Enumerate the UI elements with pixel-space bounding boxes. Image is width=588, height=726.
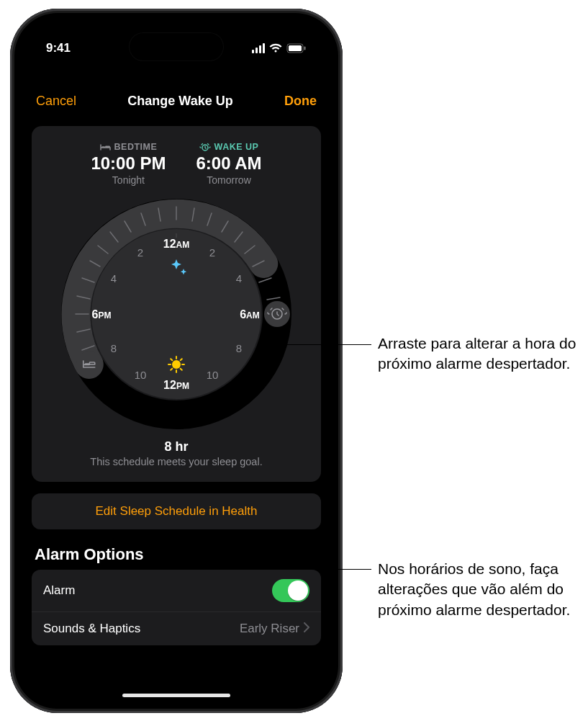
iphone-frame: 9:41 Cancel Change Wake Up Done: [10, 9, 343, 713]
wifi-icon: [269, 43, 282, 53]
sheet-title: Change Wake Up: [127, 94, 232, 109]
svg-text:6PM: 6PM: [92, 308, 112, 321]
sheet-header: Cancel Change Wake Up Done: [20, 79, 333, 119]
goal-text: This schedule meets your sleep goal.: [90, 456, 262, 467]
svg-rect-1: [289, 45, 302, 51]
svg-text:4: 4: [236, 272, 242, 284]
status-right: [252, 43, 307, 53]
svg-text:6AM: 6AM: [240, 308, 260, 321]
home-indicator[interactable]: [122, 694, 230, 697]
bedtime-label: BEDTIME: [100, 142, 158, 152]
svg-text:8: 8: [111, 342, 117, 354]
schedule-summary: 8 hr This schedule meets your sleep goal…: [90, 439, 262, 467]
svg-text:4: 4: [111, 272, 117, 284]
bed-icon: [100, 143, 111, 151]
wakeup-handle[interactable]: [264, 301, 290, 327]
svg-text:2: 2: [137, 246, 143, 259]
svg-rect-3: [105, 145, 110, 148]
dynamic-island: [130, 33, 223, 60]
sounds-value: Early Riser: [240, 622, 299, 636]
svg-text:10: 10: [207, 369, 219, 381]
alarm-options-list: Alarm Sounds & Haptics Early Riser: [32, 570, 321, 645]
sun-icon: [168, 357, 184, 372]
svg-point-27: [91, 229, 261, 399]
svg-rect-2: [304, 47, 306, 50]
wakeup-column: WAKE UP 6:00 AM Tomorrow: [196, 142, 261, 186]
duration-label: 8 hr: [90, 439, 262, 454]
svg-text:8: 8: [236, 342, 242, 354]
sleep-dial[interactable]: 12AM 2 4 6AM 8 10 12PM 10 8 6PM 4 2: [61, 199, 291, 429]
bedtime-handle[interactable]: [76, 351, 102, 377]
sounds-haptics-row[interactable]: Sounds & Haptics Early Riser: [32, 611, 321, 645]
cellular-icon: [252, 43, 265, 53]
edit-sleep-schedule-button[interactable]: Edit Sleep Schedule in Health: [32, 493, 321, 529]
sounds-row-label: Sounds & Haptics: [43, 622, 140, 636]
svg-text:10: 10: [135, 369, 147, 381]
time-headers: BEDTIME 10:00 PM Tonight WAKE UP 6:00 AM…: [91, 142, 261, 186]
alarm-icon: [199, 143, 211, 151]
change-wakeup-sheet: Cancel Change Wake Up Done BEDTIME 10:00…: [20, 75, 333, 703]
callout-edit-link: Nos horários de sono, faça alterações qu…: [378, 559, 579, 620]
wakeup-time: 6:00 AM: [196, 153, 261, 174]
alarm-options-title: Alarm Options: [20, 545, 333, 570]
alarm-toggle-row[interactable]: Alarm: [32, 570, 321, 611]
wakeup-label: WAKE UP: [199, 142, 259, 152]
wakeup-day: Tomorrow: [207, 174, 250, 186]
svg-text:12AM: 12AM: [163, 238, 189, 250]
svg-text:12PM: 12PM: [163, 379, 189, 391]
svg-point-41: [172, 360, 181, 369]
bedtime-day: Tonight: [112, 174, 145, 186]
screen: 9:41 Cancel Change Wake Up Done: [20, 19, 333, 703]
schedule-card: BEDTIME 10:00 PM Tonight WAKE UP 6:00 AM…: [32, 126, 321, 482]
cancel-button[interactable]: Cancel: [36, 94, 76, 109]
callout-line: [268, 344, 371, 345]
battery-icon: [286, 43, 307, 53]
bedtime-column: BEDTIME 10:00 PM Tonight: [91, 142, 166, 186]
status-time: 9:41: [46, 41, 71, 55]
chevron-right-icon: [304, 622, 309, 636]
bedtime-time: 10:00 PM: [91, 153, 166, 174]
callout-wake-handle: Arraste para alterar a hora do próximo a…: [378, 333, 579, 375]
done-button[interactable]: Done: [284, 94, 317, 109]
svg-text:2: 2: [209, 246, 215, 259]
alarm-row-label: Alarm: [43, 583, 75, 598]
alarm-toggle[interactable]: [272, 579, 309, 602]
callout-line: [330, 569, 371, 570]
